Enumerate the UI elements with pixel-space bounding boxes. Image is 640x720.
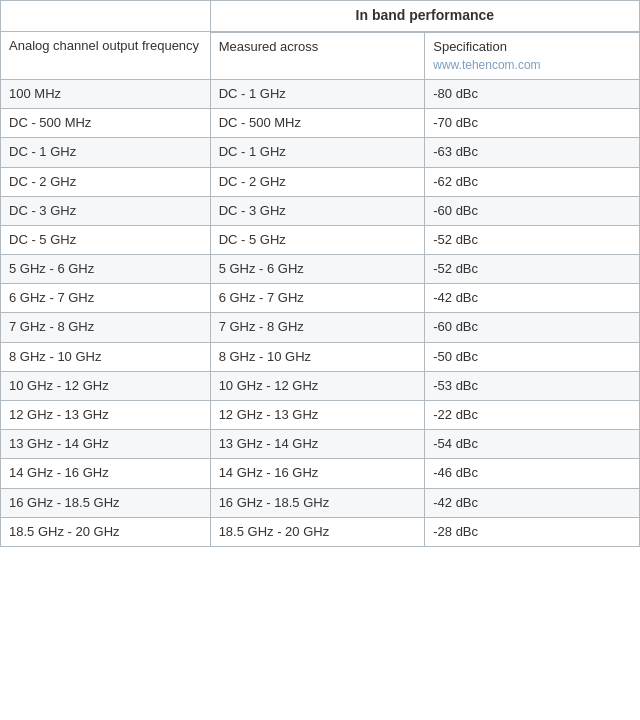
table-row: 6 GHz - 7 GHz6 GHz - 7 GHz-42 dBc — [1, 284, 640, 313]
spec-cell: -63 dBc — [425, 138, 640, 167]
table-row: DC - 2 GHzDC - 2 GHz-62 dBc — [1, 167, 640, 196]
table-row: 10 GHz - 12 GHz10 GHz - 12 GHz-53 dBc — [1, 371, 640, 400]
spec-cell: -42 dBc — [425, 488, 640, 517]
measured-cell: DC - 500 MHz — [210, 109, 425, 138]
table-row: DC - 3 GHzDC - 3 GHz-60 dBc — [1, 196, 640, 225]
measured-cell: DC - 5 GHz — [210, 225, 425, 254]
spec-cell: -52 dBc — [425, 255, 640, 284]
spec-cell: -62 dBc — [425, 167, 640, 196]
table-row: 7 GHz - 8 GHz7 GHz - 8 GHz-60 dBc — [1, 313, 640, 342]
freq-cell: DC - 1 GHz — [1, 138, 211, 167]
spec-cell: -53 dBc — [425, 371, 640, 400]
freq-cell: DC - 5 GHz — [1, 225, 211, 254]
freq-cell: 12 GHz - 13 GHz — [1, 401, 211, 430]
spec-subheader: Specification www.tehencom.com — [425, 32, 640, 80]
freq-col-header — [1, 1, 211, 32]
measured-cell: 12 GHz - 13 GHz — [210, 401, 425, 430]
watermark: www.tehencom.com — [433, 58, 540, 72]
measured-cell: 6 GHz - 7 GHz — [210, 284, 425, 313]
measured-cell: DC - 3 GHz — [210, 196, 425, 225]
table-row: 8 GHz - 10 GHz8 GHz - 10 GHz-50 dBc — [1, 342, 640, 371]
measured-cell: 18.5 GHz - 20 GHz — [210, 517, 425, 546]
measured-cell: 7 GHz - 8 GHz — [210, 313, 425, 342]
spec-cell: -42 dBc — [425, 284, 640, 313]
table-row: 12 GHz - 13 GHz12 GHz - 13 GHz-22 dBc — [1, 401, 640, 430]
measured-cell: DC - 2 GHz — [210, 167, 425, 196]
measured-cell: 5 GHz - 6 GHz — [210, 255, 425, 284]
spec-cell: -60 dBc — [425, 196, 640, 225]
table-row: 16 GHz - 18.5 GHz16 GHz - 18.5 GHz-42 dB… — [1, 488, 640, 517]
measured-cell: 14 GHz - 16 GHz — [210, 459, 425, 488]
measured-cell: 8 GHz - 10 GHz — [210, 342, 425, 371]
freq-cell: 6 GHz - 7 GHz — [1, 284, 211, 313]
spec-cell: -60 dBc — [425, 313, 640, 342]
table-row: DC - 5 GHzDC - 5 GHz-52 dBc — [1, 225, 640, 254]
freq-cell: 100 MHz — [1, 79, 211, 108]
spec-cell: -80 dBc — [425, 79, 640, 108]
spec-cell: -50 dBc — [425, 342, 640, 371]
measured-cell: 13 GHz - 14 GHz — [210, 430, 425, 459]
table-row: 13 GHz - 14 GHz13 GHz - 14 GHz-54 dBc — [1, 430, 640, 459]
measured-cell: DC - 1 GHz — [210, 79, 425, 108]
spec-label: Specification — [433, 39, 507, 54]
table-row: 18.5 GHz - 20 GHz18.5 GHz - 20 GHz-28 dB… — [1, 517, 640, 546]
measured-cell: 10 GHz - 12 GHz — [210, 371, 425, 400]
freq-cell: 10 GHz - 12 GHz — [1, 371, 211, 400]
measured-subheader: Measured across — [210, 32, 425, 80]
main-header: In band performance — [210, 1, 639, 32]
spec-cell: -52 dBc — [425, 225, 640, 254]
table-row: 100 MHzDC - 1 GHz-80 dBc — [1, 79, 640, 108]
freq-cell: 5 GHz - 6 GHz — [1, 255, 211, 284]
freq-cell: 8 GHz - 10 GHz — [1, 342, 211, 371]
table-row: 5 GHz - 6 GHz5 GHz - 6 GHz-52 dBc — [1, 255, 640, 284]
freq-subheader: Analog channel output frequency — [1, 32, 211, 80]
freq-cell: 14 GHz - 16 GHz — [1, 459, 211, 488]
spec-cell: -22 dBc — [425, 401, 640, 430]
spec-cell: -70 dBc — [425, 109, 640, 138]
freq-cell: 16 GHz - 18.5 GHz — [1, 488, 211, 517]
measured-cell: 16 GHz - 18.5 GHz — [210, 488, 425, 517]
freq-cell: 18.5 GHz - 20 GHz — [1, 517, 211, 546]
table-row: DC - 500 MHzDC - 500 MHz-70 dBc — [1, 109, 640, 138]
spec-cell: -28 dBc — [425, 517, 640, 546]
freq-cell: DC - 3 GHz — [1, 196, 211, 225]
freq-cell: 7 GHz - 8 GHz — [1, 313, 211, 342]
freq-cell: 13 GHz - 14 GHz — [1, 430, 211, 459]
spec-cell: -54 dBc — [425, 430, 640, 459]
performance-table: In band performance Analog channel outpu… — [0, 0, 640, 547]
table-row: DC - 1 GHzDC - 1 GHz-63 dBc — [1, 138, 640, 167]
table-row: 14 GHz - 16 GHz14 GHz - 16 GHz-46 dBc — [1, 459, 640, 488]
spec-cell: -46 dBc — [425, 459, 640, 488]
freq-cell: DC - 500 MHz — [1, 109, 211, 138]
measured-cell: DC - 1 GHz — [210, 138, 425, 167]
freq-cell: DC - 2 GHz — [1, 167, 211, 196]
